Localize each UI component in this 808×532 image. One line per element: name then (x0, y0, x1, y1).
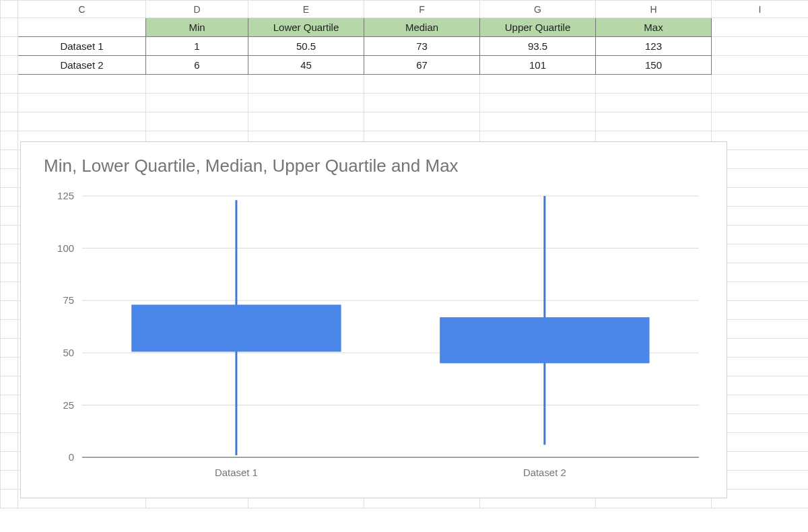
box (440, 317, 649, 363)
box (131, 304, 341, 352)
table-row: Dataset 2 6 45 67 101 150 (1, 56, 809, 75)
chart-plot: 0255075100125Dataset 1Dataset 2 (34, 189, 713, 484)
header-max[interactable]: Max (596, 18, 712, 37)
x-tick-label: Dataset 2 (523, 467, 566, 478)
header-q1[interactable]: Lower Quartile (248, 18, 364, 37)
cell-blank-corner[interactable] (18, 18, 146, 37)
y-tick-label: 25 (63, 399, 74, 411)
cell-d1-q1[interactable]: 50.5 (248, 37, 364, 56)
header-min[interactable]: Min (146, 18, 248, 37)
cell-d2-min[interactable]: 6 (146, 56, 248, 75)
col-C[interactable]: C (18, 1, 146, 18)
gutter (1, 18, 18, 37)
header-row: Min Lower Quartile Median Upper Quartile… (1, 18, 809, 37)
y-tick-label: 125 (57, 190, 74, 201)
chart-title: Min, Lower Quartile, Median, Upper Quart… (44, 156, 459, 176)
col-I[interactable]: I (712, 1, 809, 18)
y-tick-label: 75 (63, 294, 74, 306)
cell-d1-q3[interactable]: 93.5 (480, 37, 596, 56)
x-tick-label: Dataset 1 (215, 467, 258, 478)
table-row: Dataset 1 1 50.5 73 93.5 123 (1, 37, 809, 56)
cell-d1-median[interactable]: 73 (364, 37, 480, 56)
row-label-dataset2[interactable]: Dataset 2 (18, 56, 146, 75)
cell-d2-q3[interactable]: 101 (480, 56, 596, 75)
cell-empty[interactable] (712, 37, 809, 56)
col-H[interactable]: H (596, 1, 712, 18)
boxplot-svg: 0255075100125Dataset 1Dataset 2 (34, 189, 713, 484)
cell-d2-median[interactable]: 67 (364, 56, 480, 75)
cell-empty[interactable] (712, 18, 809, 37)
gutter (1, 56, 18, 75)
cell-d2-max[interactable]: 150 (596, 56, 712, 75)
col-D[interactable]: D (146, 1, 248, 18)
col-E[interactable]: E (248, 1, 364, 18)
gutter (1, 1, 18, 18)
header-q3[interactable]: Upper Quartile (480, 18, 596, 37)
gutter (1, 37, 18, 56)
spreadsheet-view: C D E F G H I Min Lower Quartile Median … (0, 0, 808, 532)
y-tick-label: 0 (69, 451, 74, 463)
column-header-row: C D E F G H I (1, 1, 809, 18)
col-G[interactable]: G (480, 1, 596, 18)
header-median[interactable]: Median (364, 18, 480, 37)
y-tick-label: 100 (57, 242, 74, 254)
cell-d1-max[interactable]: 123 (596, 37, 712, 56)
row-label-dataset1[interactable]: Dataset 1 (18, 37, 146, 56)
cell-empty[interactable] (712, 56, 809, 75)
cell-d1-min[interactable]: 1 (146, 37, 248, 56)
cell-d2-q1[interactable]: 45 (248, 56, 364, 75)
y-tick-label: 50 (63, 347, 74, 358)
col-F[interactable]: F (364, 1, 480, 18)
chart-container[interactable]: Min, Lower Quartile, Median, Upper Quart… (20, 141, 727, 498)
